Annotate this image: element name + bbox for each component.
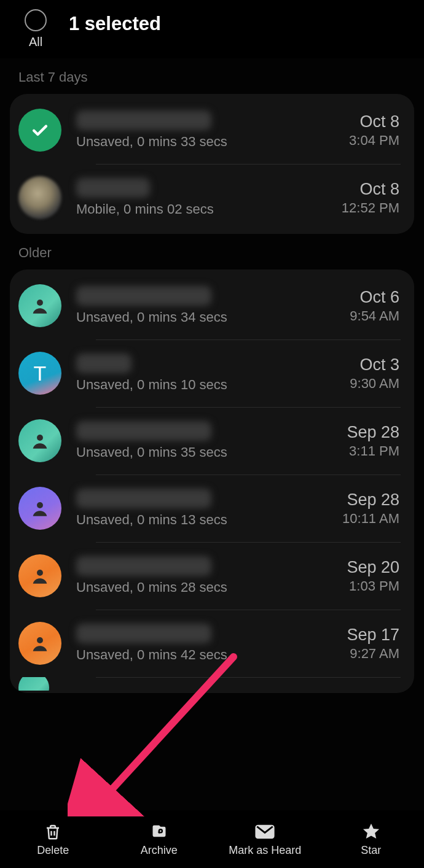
row-time: 3:04 PM (349, 133, 399, 149)
row-meta: Unsaved, 0 mins 10 secs (76, 377, 350, 393)
row-date: Oct 3 (350, 355, 399, 374)
contact-avatar (18, 677, 49, 691)
delete-button[interactable]: Delete (0, 810, 106, 868)
trash-icon (42, 822, 63, 842)
row-meta: Unsaved, 0 mins 13 secs (76, 512, 342, 528)
row-datetime: Sep 28 10:11 AM (342, 490, 399, 527)
older-card: Unsaved, 0 mins 34 secs Oct 6 9:54 AM T … (10, 269, 414, 693)
row-time: 9:54 AM (350, 308, 399, 324)
row-meta: Unsaved, 0 mins 33 secs (76, 134, 349, 150)
person-icon (29, 295, 50, 316)
voicemail-row-partial[interactable] (10, 677, 414, 691)
envelope-icon (254, 822, 275, 842)
row-datetime: Sep 17 9:27 AM (347, 626, 399, 662)
selection-title: 1 selected (69, 13, 161, 35)
row-date: Sep 20 (347, 558, 399, 577)
person-icon (29, 633, 50, 654)
caller-name-redacted (76, 286, 211, 306)
voicemail-row[interactable]: Unsaved, 0 mins 35 secs Sep 28 3:11 PM (10, 407, 414, 475)
row-meta: Unsaved, 0 mins 34 secs (76, 309, 350, 325)
row-datetime: Oct 8 12:52 PM (342, 180, 399, 216)
contact-avatar (18, 554, 61, 597)
row-time: 1:03 PM (347, 578, 399, 594)
recent-card: Unsaved, 0 mins 33 secs Oct 8 3:04 PM Mo… (10, 94, 414, 234)
row-meta: Unsaved, 0 mins 28 secs (76, 579, 347, 595)
svg-point-4 (37, 637, 43, 643)
selected-check-avatar (18, 109, 61, 152)
checkmark-icon (29, 120, 50, 141)
archive-icon (149, 822, 170, 842)
section-recent-label: Last 7 days (10, 58, 414, 94)
select-all-circle-icon (25, 9, 47, 31)
row-main: Unsaved, 0 mins 34 secs (76, 286, 350, 325)
archive-button[interactable]: Archive (106, 810, 213, 868)
selection-header: All 1 selected (0, 0, 424, 58)
caller-name-redacted (76, 421, 211, 441)
person-icon (29, 430, 50, 451)
mark-heard-label: Mark as Heard (229, 844, 301, 857)
section-older-label: Older (10, 234, 414, 269)
row-meta: Mobile, 0 mins 02 secs (76, 201, 342, 217)
row-date: Sep 17 (347, 626, 399, 645)
caller-name-redacted (76, 354, 132, 373)
caller-name-redacted (76, 556, 211, 576)
caller-name-redacted (76, 489, 211, 508)
person-icon (29, 498, 50, 519)
person-icon (29, 565, 50, 586)
row-time: 12:52 PM (342, 200, 399, 216)
row-main: Unsaved, 0 mins 28 secs (76, 556, 347, 595)
row-main: Unsaved, 0 mins 33 secs (76, 110, 349, 150)
row-main: Unsaved, 0 mins 42 secs (76, 624, 347, 663)
row-datetime: Oct 6 9:54 AM (350, 288, 399, 324)
row-date: Oct 6 (350, 288, 399, 307)
row-main: Mobile, 0 mins 02 secs (76, 178, 342, 217)
row-date: Oct 8 (342, 180, 399, 199)
contact-avatar (18, 284, 61, 327)
svg-point-1 (37, 435, 43, 441)
contact-avatar (18, 176, 61, 219)
caller-name-redacted (76, 624, 211, 643)
voicemail-row[interactable]: Unsaved, 0 mins 34 secs Oct 6 9:54 AM (10, 272, 414, 339)
select-all-label: All (29, 35, 42, 49)
row-meta: Unsaved, 0 mins 35 secs (76, 444, 347, 460)
row-time: 3:11 PM (347, 443, 399, 459)
row-main: Unsaved, 0 mins 13 secs (76, 489, 342, 528)
mark-heard-button[interactable]: Mark as Heard (212, 810, 318, 868)
row-meta: Unsaved, 0 mins 42 secs (76, 647, 347, 663)
svg-point-2 (37, 502, 43, 508)
archive-label: Archive (141, 844, 178, 857)
row-datetime: Sep 28 3:11 PM (347, 423, 399, 459)
contact-avatar (18, 487, 61, 530)
row-datetime: Oct 8 3:04 PM (349, 112, 399, 149)
action-bar: Delete Archive Mark as Heard Star (0, 810, 424, 868)
row-time: 10:11 AM (342, 511, 399, 527)
caller-name-redacted (76, 110, 211, 130)
star-button[interactable]: Star (318, 810, 425, 868)
caller-name-redacted (76, 178, 150, 198)
contact-avatar: T (18, 352, 61, 395)
contact-avatar (18, 622, 61, 665)
row-date: Sep 28 (342, 490, 399, 510)
delete-label: Delete (37, 844, 69, 857)
row-main: Unsaved, 0 mins 10 secs (76, 354, 350, 393)
row-datetime: Sep 20 1:03 PM (347, 558, 399, 594)
contact-avatar (18, 419, 61, 462)
row-datetime: Oct 3 9:30 AM (350, 355, 399, 392)
star-label: Star (361, 844, 381, 857)
voicemail-row[interactable]: Unsaved, 0 mins 28 secs Sep 20 1:03 PM (10, 542, 414, 610)
voicemail-row[interactable]: Unsaved, 0 mins 13 secs Sep 28 10:11 AM (10, 475, 414, 542)
row-time: 9:30 AM (350, 376, 399, 392)
voicemail-row[interactable]: Mobile, 0 mins 02 secs Oct 8 12:52 PM (10, 164, 414, 231)
voicemail-row[interactable]: Unsaved, 0 mins 33 secs Oct 8 3:04 PM (10, 96, 414, 164)
svg-point-0 (37, 300, 43, 306)
row-time: 9:27 AM (347, 646, 399, 662)
row-main: Unsaved, 0 mins 35 secs (76, 421, 347, 460)
row-date: Sep 28 (347, 423, 399, 442)
row-date: Oct 8 (349, 112, 399, 131)
select-all-toggle[interactable]: All (25, 9, 47, 49)
avatar-letter: T (34, 362, 47, 386)
voicemail-row[interactable]: Unsaved, 0 mins 42 secs Sep 17 9:27 AM (10, 610, 414, 677)
voicemail-row[interactable]: T Unsaved, 0 mins 10 secs Oct 3 9:30 AM (10, 339, 414, 407)
svg-point-3 (37, 570, 43, 576)
star-icon (361, 822, 382, 842)
